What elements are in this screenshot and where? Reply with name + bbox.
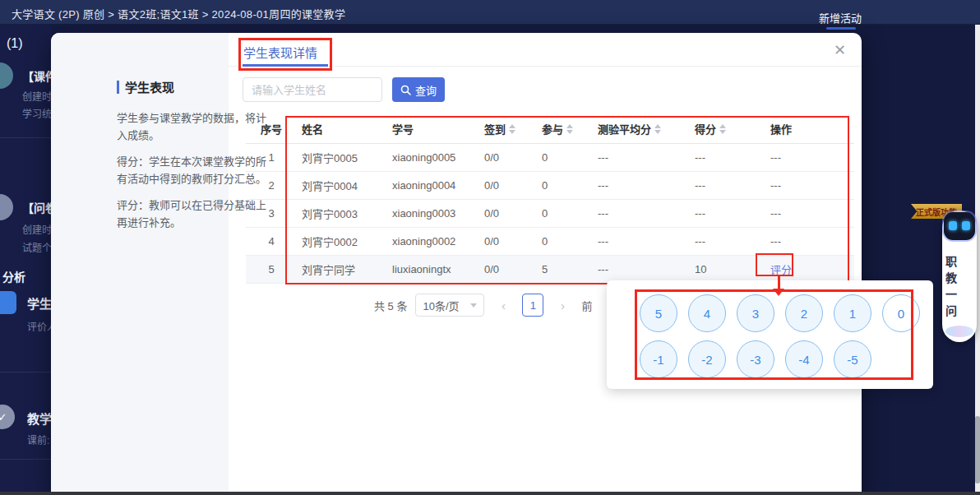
sort-caret-icon[interactable] <box>566 124 573 134</box>
tab-active-indicator <box>243 64 328 67</box>
table-cell: 0 <box>537 179 593 192</box>
score-button-5[interactable]: 5 <box>640 294 677 332</box>
chevron-down-icon <box>470 303 477 308</box>
screen: 大学语文 (2P) 原创 > 语文2班;语文1班 > 2024-08-01周四的… <box>0 0 980 495</box>
column-header-3[interactable]: 签到 <box>479 121 537 136</box>
column-header-4[interactable]: 参与 <box>537 121 593 136</box>
column-header-5[interactable]: 测验平均分 <box>593 121 690 136</box>
table-cell: 2 <box>246 179 297 192</box>
close-icon[interactable]: ✕ <box>834 41 846 59</box>
sort-caret-icon[interactable] <box>654 124 661 134</box>
search-icon <box>400 85 411 95</box>
total-count: 共 5 条 <box>374 298 407 313</box>
score-button-3[interactable]: 3 <box>737 294 774 332</box>
table-cell: liuxiaoningtx <box>387 263 479 275</box>
page-size-value: 10条/页 <box>423 298 459 313</box>
sidebar-item-teaching[interactable]: 教学 <box>27 409 51 427</box>
table-row: 3刘宵宁0003xiaoning00030/00--------- <box>246 200 854 228</box>
table-row: 1刘宵宁0005xiaoning00050/00--------- <box>246 144 854 172</box>
scrollbar-thumb[interactable] <box>975 416 980 483</box>
prev-page-button[interactable]: ‹ <box>492 294 514 317</box>
score-button--4[interactable]: -4 <box>785 340 823 378</box>
table-cell: --- <box>765 235 848 248</box>
table-cell: 0 <box>537 207 593 220</box>
score-button-0[interactable]: 0 <box>882 294 920 332</box>
column-header-1: 姓名 <box>297 121 387 136</box>
column-header-7: 操作 <box>765 121 848 136</box>
current-page-button[interactable]: 1 <box>522 294 543 317</box>
search-input[interactable] <box>243 77 382 102</box>
courseware-stats[interactable]: 学习统 <box>22 106 51 120</box>
score-button-1[interactable]: 1 <box>834 294 871 332</box>
teaching-pre-class: 课前: <box>27 433 49 446</box>
table-row: 2刘宵宁0004xiaoning00040/00--------- <box>246 172 854 200</box>
questionnaire-count: 试题个 <box>22 240 51 254</box>
panel-description-1: 学生参与课堂教学的数据，将计入成绩。 <box>117 109 266 144</box>
score-button--1[interactable]: -1 <box>640 340 677 378</box>
table-body: 1刘宵宁0005xiaoning00050/00---------2刘宵宁000… <box>246 144 854 284</box>
page-size-select[interactable]: 10条/页 <box>415 294 484 317</box>
table-cell: 刘宵宁0003 <box>297 206 387 221</box>
table-cell: 0/0 <box>479 207 537 220</box>
robot-eye-left <box>949 221 957 230</box>
panel-description-2: 得分：学生在本次课堂教学的所有活动中得到的教师打分汇总。 <box>117 153 266 187</box>
table-cell: --- <box>690 151 765 164</box>
sort-caret-icon[interactable] <box>719 124 726 134</box>
modal-left-panel: 学生表现 学生参与课堂教学的数据，将计入成绩。 得分：学生在本次课堂教学的所有活… <box>51 33 229 495</box>
table-cell: --- <box>690 179 765 192</box>
table-cell: --- <box>593 235 690 248</box>
score-button-2[interactable]: 2 <box>785 294 823 332</box>
score-button--2[interactable]: -2 <box>688 340 726 378</box>
score-button-4[interactable]: 4 <box>688 294 726 332</box>
table-cell: --- <box>765 151 848 164</box>
table-cell: --- <box>593 263 690 275</box>
table-cell: 1 <box>246 151 297 164</box>
table-row: 4刘宵宁0002xiaoning00020/00--------- <box>246 228 854 256</box>
table-cell: 0 <box>537 235 593 248</box>
score-popup: 543210 -1-2-3-4-5 <box>607 280 933 389</box>
assistant-widget[interactable]: 职教一问 <box>942 210 977 342</box>
title-accent-bar <box>117 81 119 94</box>
table-cell: 0/0 <box>479 263 537 275</box>
table-cell: 5 <box>246 263 297 275</box>
table-cell: 4 <box>246 235 297 248</box>
table-cell: xiaoning0003 <box>387 207 479 220</box>
jump-to-page-partial: 前 <box>581 298 592 313</box>
sidebar-item-questionnaire[interactable]: 【问卷调 <box>22 199 51 215</box>
tab-performance-detail[interactable]: 学生表现详情 <box>243 44 317 61</box>
window-bottom-edge <box>0 492 980 495</box>
divider <box>0 459 51 460</box>
activity-count: (1) <box>7 36 23 51</box>
table-cell: 刘宵宁同学 <box>297 261 387 277</box>
score-button--5[interactable]: -5 <box>834 340 871 378</box>
questionnaire-meta: 创建时 <box>22 222 51 236</box>
panel-description-3: 评分：教师可以在已得分基础上再进行补充。 <box>117 197 266 231</box>
next-page-button[interactable]: › <box>552 294 573 317</box>
table-cell: 0/0 <box>479 235 537 248</box>
table-cell: 评分 <box>765 261 848 277</box>
score-action-link[interactable]: 评分 <box>770 261 792 277</box>
student-table: 序号姓名学号签到参与测验平均分得分操作 1刘宵宁0005xiaoning0005… <box>246 114 854 284</box>
teaching-check-icon: ✓ <box>0 405 15 429</box>
sidebar-item-courseware[interactable]: 【课件】 <box>22 67 51 84</box>
robot-eye-right <box>962 221 970 230</box>
student-evaluator: 评价人 <box>27 319 51 333</box>
assistant-label: 职教一问 <box>942 247 977 331</box>
table-cell: 刘宵宁0005 <box>297 150 387 165</box>
assistant-wave-decor <box>945 326 973 337</box>
sidebar-item-student[interactable]: 学生 <box>27 294 51 312</box>
new-activity-button[interactable]: 新增活动 <box>819 10 862 25</box>
search-button[interactable]: 查询 <box>392 77 445 102</box>
courseware-meta: 创建时 <box>22 89 51 103</box>
table-cell: 0/0 <box>479 151 537 164</box>
column-header-2: 学号 <box>387 121 479 136</box>
score-button--3[interactable]: -3 <box>737 340 774 378</box>
table-cell: --- <box>593 179 690 192</box>
breadcrumb[interactable]: 大学语文 (2P) 原创 > 语文2班;语文1班 > 2024-08-01周四的… <box>12 6 345 21</box>
analysis-section-label: 分析 <box>2 268 25 285</box>
activity-sidebar: (1) 【课件】 创建时 学习统 【问卷调 创建时 试题个 分析 学生 评价人 … <box>0 25 51 495</box>
column-header-6[interactable]: 得分 <box>690 121 765 136</box>
robot-icon <box>944 212 975 240</box>
sort-caret-icon[interactable] <box>509 124 515 134</box>
panel-title: 学生表现 <box>125 78 174 95</box>
